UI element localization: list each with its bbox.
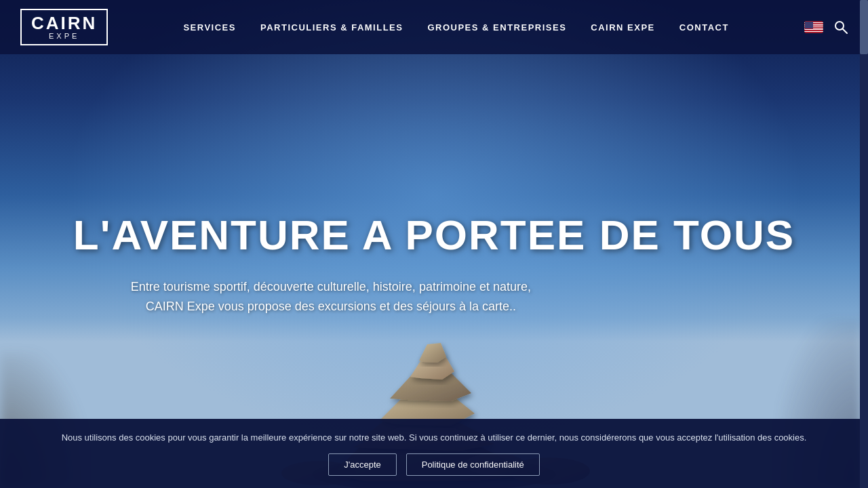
search-button[interactable]: [834, 20, 848, 34]
hero-title: L'AVENTURE A PORTEE DE TOUS: [73, 212, 795, 258]
nav-right: [804, 20, 848, 34]
cookie-banner: Nous utilisons des cookies pour vous gar…: [0, 419, 868, 489]
svg-line-14: [843, 29, 847, 33]
nav-services[interactable]: SERVICES: [183, 22, 236, 33]
cookie-privacy-button[interactable]: Politique de confidentialité: [406, 453, 540, 476]
cookie-buttons: J'accepte Politique de confidentialité: [328, 453, 540, 476]
scrollbar-thumb[interactable]: [860, 0, 868, 54]
nav-groupes[interactable]: GROUPES & ENTREPRISES: [427, 22, 566, 33]
hero-text-block: L'AVENTURE A PORTEE DE TOUS Entre touris…: [73, 212, 795, 317]
cookie-accept-button[interactable]: J'accepte: [328, 453, 397, 476]
nav-particuliers[interactable]: PARTICULIERS & FAMILLES: [260, 22, 403, 33]
logo-main-text: CAIRN: [31, 14, 97, 32]
navbar: CAIRN EXPE SERVICES PARTICULIERS & FAMIL…: [0, 0, 868, 54]
scrollbar-track[interactable]: [860, 0, 868, 488]
hero-content: L'AVENTURE A PORTEE DE TOUS Entre touris…: [0, 0, 868, 488]
hero-section: CAIRN EXPE SERVICES PARTICULIERS & FAMIL…: [0, 0, 868, 488]
hero-subtitle-line2: CAIRN Expe vous propose des excursions e…: [146, 300, 516, 313]
logo[interactable]: CAIRN EXPE: [20, 9, 108, 45]
hero-subtitle: Entre tourisme sportif, découverte cultu…: [73, 277, 589, 317]
svg-point-13: [835, 22, 844, 30]
nav-contact[interactable]: CONTACT: [679, 22, 729, 33]
nav-cairn-expe[interactable]: CAIRN EXPE: [591, 22, 654, 33]
hero-subtitle-line1: Entre tourisme sportif, découverte cultu…: [131, 280, 531, 293]
language-flag-icon[interactable]: [804, 21, 823, 33]
cookie-message: Nous utilisons des cookies pour vous gar…: [62, 431, 807, 445]
us-flag: [804, 21, 823, 33]
logo-sub-text: EXPE: [49, 32, 79, 40]
nav-links: SERVICES PARTICULIERS & FAMILLES GROUPES…: [183, 22, 728, 33]
